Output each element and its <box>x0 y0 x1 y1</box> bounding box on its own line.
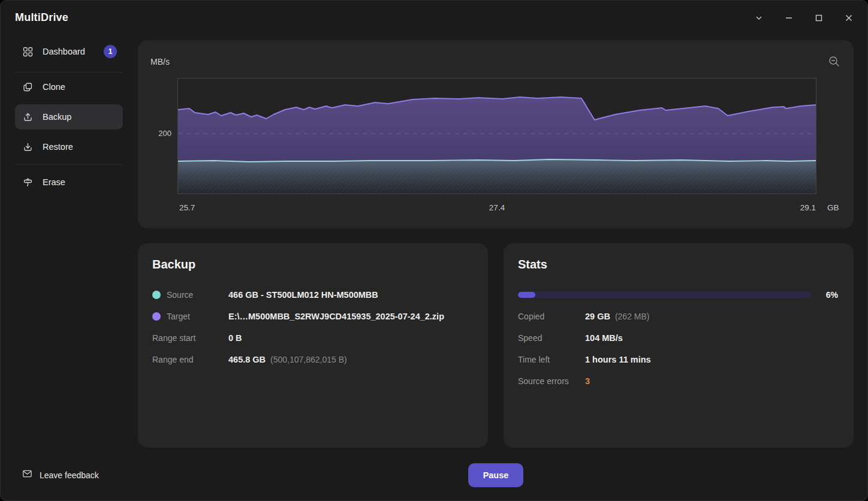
speed-value: 104 MB/s <box>585 333 623 343</box>
backup-row-range-end: Range end 465.8 GB (500,107,862,015 B) <box>152 349 474 370</box>
progress-percent-label: 6% <box>812 290 838 300</box>
close-button[interactable] <box>840 11 858 27</box>
speed-chart-panel: MB/s <box>138 40 854 228</box>
leave-feedback-label: Leave feedback <box>40 470 99 480</box>
row-label: Source <box>167 290 193 300</box>
magnifier-minus-icon <box>827 55 842 71</box>
dashboard-badge: 1 <box>104 45 117 58</box>
stats-row-speed: Speed 104 MB/s <box>518 327 839 349</box>
chart-y-unit-label: MB/s <box>150 57 170 67</box>
row-label: Speed <box>518 333 542 343</box>
app-title: MultiDrive <box>15 11 68 24</box>
sidebar-item-backup[interactable]: Backup <box>15 104 123 129</box>
zoom-out-button[interactable] <box>826 55 843 71</box>
progress-bar <box>518 292 812 298</box>
dashboard-grid-icon <box>22 46 33 57</box>
app-window: MultiDrive Dashboard 1 Clone <box>0 0 868 501</box>
backup-panel: Backup Source 466 GB - ST500LM012 HN-M50… <box>138 243 488 448</box>
row-label: Target <box>167 312 190 321</box>
sidebar-item-label: Erase <box>43 177 65 187</box>
backup-row-source: Source 466 GB - ST500LM012 HN-M500MBB <box>152 284 474 306</box>
pause-button[interactable]: Pause <box>468 463 523 487</box>
clone-copy-icon <box>22 82 33 92</box>
x-axis-unit-label: GB <box>827 203 839 212</box>
sidebar-divider <box>15 72 123 73</box>
row-label: Source errors <box>518 376 569 386</box>
stats-panel: Stats 6% Copied 29 GB (262 MB) Speed 104… <box>504 243 854 448</box>
copied-secondary: (262 MB) <box>615 312 650 321</box>
envelope-icon <box>22 469 32 481</box>
leave-feedback-button[interactable]: Leave feedback <box>22 469 99 481</box>
minimize-button[interactable] <box>780 11 798 27</box>
stats-row-source-errors: Source errors 3 <box>518 370 839 392</box>
sidebar-item-label: Backup <box>43 112 71 122</box>
source-value: 466 GB - ST500LM012 HN-M500MBB <box>228 290 378 300</box>
sidebar-item-label: Clone <box>43 82 65 92</box>
sidebar-item-label: Restore <box>43 142 73 152</box>
backup-row-target: Target E:\…M500MBB_S2RWJ9CD415935_2025-0… <box>152 306 474 327</box>
x-axis-tick-end: 29.1 <box>780 203 816 212</box>
chart-svg <box>178 79 816 194</box>
sidebar-item-erase[interactable]: Erase <box>15 170 123 195</box>
stats-row-copied: Copied 29 GB (262 MB) <box>518 306 839 327</box>
source-color-dot <box>152 291 161 299</box>
backup-panel-title: Backup <box>152 258 195 271</box>
sidebar-divider <box>15 164 123 165</box>
sidebar-item-label: Dashboard <box>43 47 85 56</box>
backup-upload-icon <box>22 111 33 122</box>
y-axis-tick-200: 200 <box>147 129 171 138</box>
chart-bottom-texture <box>178 166 816 194</box>
backup-row-range-start: Range start 0 B <box>152 327 474 349</box>
range-start-value: 0 B <box>228 333 242 343</box>
stats-panel-title: Stats <box>518 258 547 271</box>
source-errors-value: 3 <box>585 376 590 386</box>
close-icon <box>844 13 854 25</box>
range-end-bytes: (500,107,862,015 B) <box>270 355 347 364</box>
restore-download-icon <box>22 141 33 152</box>
row-label: Range end <box>152 355 194 364</box>
erase-squeegee-icon <box>22 177 33 188</box>
window-menu-button[interactable] <box>750 11 768 27</box>
speed-area-chart <box>177 78 816 194</box>
maximize-button[interactable] <box>810 11 828 27</box>
x-axis-tick-middle: 27.4 <box>479 203 515 212</box>
progress-fill <box>518 292 535 298</box>
target-color-dot <box>152 312 161 321</box>
row-label: Range start <box>152 333 195 343</box>
time-left-value: 1 hours 11 mins <box>585 355 651 364</box>
x-axis-tick-start: 25.7 <box>179 203 195 212</box>
target-value: E:\…M500MBB_S2RWJ9CD415935_2025-07-24_2.… <box>228 312 444 321</box>
stats-row-time-left: Time left 1 hours 11 mins <box>518 349 839 370</box>
sidebar-item-clone[interactable]: Clone <box>15 74 123 99</box>
minimize-icon <box>784 13 794 25</box>
maximize-icon <box>814 13 824 25</box>
sidebar-item-dashboard[interactable]: Dashboard 1 <box>15 39 123 64</box>
row-label: Copied <box>518 312 544 321</box>
row-label: Time left <box>518 355 550 364</box>
copied-value: 29 GB <box>585 312 610 321</box>
sidebar-item-restore[interactable]: Restore <box>15 134 123 159</box>
range-end-value: 465.8 GB <box>228 355 266 364</box>
chevron-down-icon <box>754 13 764 25</box>
